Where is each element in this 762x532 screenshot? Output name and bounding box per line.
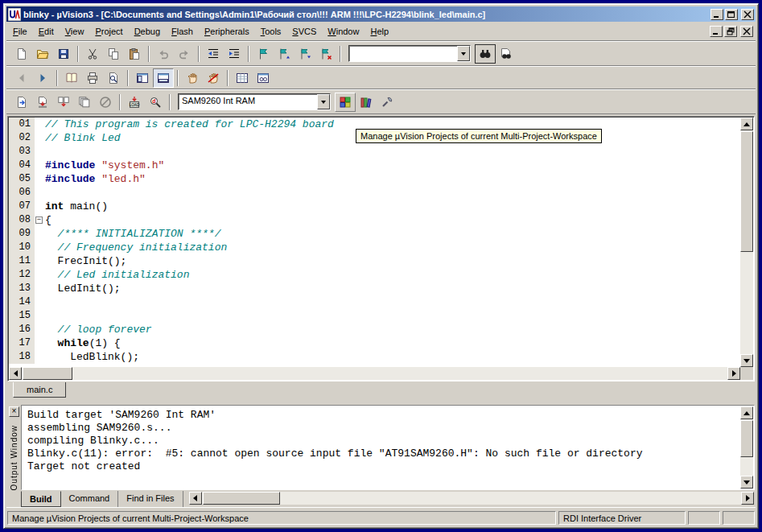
editor-line[interactable]: 04#include "system.h"	[9, 159, 740, 172]
editor-line[interactable]: 05#include "led.h"	[9, 172, 740, 186]
editor-hscroll-thumb[interactable]	[23, 367, 72, 380]
editor-line[interactable]: 14	[9, 295, 740, 309]
save-file-button[interactable]	[53, 44, 74, 64]
open-file-button[interactable]	[32, 44, 53, 64]
fold-collapse-icon[interactable]: −	[35, 217, 43, 224]
find-text-combo-dropdown-button[interactable]	[457, 46, 470, 61]
cut-button[interactable]	[82, 44, 103, 64]
print-preview-button[interactable]	[103, 68, 124, 88]
menu-project[interactable]: Project	[89, 24, 128, 39]
select-target-combo-dropdown-button[interactable]	[317, 94, 330, 109]
editor-hscrollbar[interactable]	[9, 367, 740, 380]
start-debug-session-button[interactable]: d	[145, 93, 166, 112]
previous-bookmark-button[interactable]	[274, 44, 295, 64]
tab-main-c[interactable]: main.c	[13, 382, 66, 398]
scroll-up-button[interactable]	[740, 118, 753, 130]
output-scroll-up-button[interactable]	[740, 406, 753, 419]
scroll-left-button[interactable]	[9, 367, 22, 380]
output-scroll-right-button[interactable]	[741, 492, 754, 505]
redo-button[interactable]	[174, 44, 195, 64]
editor-line[interactable]: 15	[9, 309, 740, 323]
watch-window-button[interactable]	[253, 68, 274, 88]
editor-line[interactable]: 06	[9, 186, 740, 200]
clear-all-bookmarks-button[interactable]	[315, 44, 336, 64]
paste-button[interactable]	[124, 44, 145, 64]
menu-svcs[interactable]: SVCS	[286, 24, 322, 39]
insert-breakpoint-button[interactable]	[182, 68, 203, 88]
document-restore-button[interactable]	[724, 26, 737, 37]
build-target-button[interactable]	[32, 93, 53, 112]
output-vscroll-thumb[interactable]	[740, 420, 753, 457]
window-maximize-button[interactable]	[725, 9, 738, 20]
editor-line[interactable]: 12 // Led initialization	[9, 268, 740, 282]
document-minimize-button[interactable]	[710, 26, 723, 37]
next-bookmark-button[interactable]	[295, 44, 315, 64]
output-hscrollbar[interactable]	[189, 492, 754, 505]
editor-vscrollbar[interactable]	[740, 118, 753, 367]
output-lines[interactable]: Build target 'SAM9260 Int RAM'assembling…	[23, 406, 740, 489]
editor-line[interactable]: 16 // loop forever	[9, 323, 740, 336]
disable-all-breakpoints-button[interactable]	[203, 68, 224, 88]
menu-tools[interactable]: Tools	[255, 24, 287, 39]
menu-file[interactable]: File	[7, 24, 33, 39]
scroll-right-button[interactable]	[727, 367, 740, 380]
batch-build-button[interactable]	[74, 93, 95, 112]
editor-line[interactable]: 07int main()	[9, 200, 740, 213]
editor-line[interactable]: 18 LedBlink();	[9, 350, 740, 364]
menu-peripherals[interactable]: Peripherals	[199, 24, 255, 39]
rebuild-all-button[interactable]	[53, 93, 74, 112]
print-button[interactable]	[82, 68, 103, 88]
document-close-button[interactable]	[740, 26, 753, 37]
find-text-combo[interactable]	[348, 45, 471, 62]
menu-help[interactable]: Help	[365, 24, 394, 39]
menu-flash[interactable]: Flash	[166, 24, 199, 39]
output-tab-command[interactable]: Command	[61, 491, 119, 507]
window-close-button[interactable]	[741, 9, 754, 20]
window-minimize-button[interactable]	[711, 9, 723, 20]
find-button[interactable]	[496, 44, 517, 64]
output-window-button[interactable]	[153, 68, 174, 88]
output-scroll-left-button[interactable]	[189, 492, 202, 505]
menu-view[interactable]: View	[60, 24, 90, 39]
editor-vscroll-thumb[interactable]	[740, 131, 753, 252]
editor-line[interactable]: 08−{	[9, 213, 740, 227]
options-for-target-button[interactable]	[377, 93, 397, 112]
editor-line[interactable]: 03	[9, 145, 740, 159]
menu-edit[interactable]: Edit	[33, 24, 60, 39]
undo-button[interactable]	[153, 44, 174, 64]
output-scroll-down-button[interactable]	[740, 476, 753, 489]
output-hscroll-thumb[interactable]	[203, 492, 280, 505]
scroll-down-button[interactable]	[740, 354, 753, 367]
download-to-flash-button[interactable]: LOAD	[124, 93, 145, 112]
find-in-files-button[interactable]	[475, 44, 496, 64]
navigate-back-button[interactable]	[11, 68, 32, 88]
translate-file-button[interactable]	[11, 93, 32, 112]
splitter[interactable]	[6, 399, 756, 405]
manage-multi-project-workspace-button[interactable]	[335, 93, 356, 112]
toggle-bookmark-button[interactable]	[253, 44, 274, 64]
titlebar[interactable]: blinky - µVision3 - [C:\Documents and Se…	[6, 6, 756, 22]
editor-line[interactable]: 17 while(1) {	[9, 336, 740, 350]
select-target-combo[interactable]: SAM9260 Int RAM	[178, 93, 331, 110]
navigate-forward-button[interactable]	[32, 68, 53, 88]
menu-window[interactable]: Window	[322, 24, 365, 39]
memory-window-button[interactable]	[232, 68, 253, 88]
manage-components-button[interactable]	[356, 93, 377, 112]
output-close-button[interactable]: ×	[9, 406, 19, 417]
menu-debug[interactable]: Debug	[129, 24, 166, 39]
editor-line[interactable]: 09 /**** INITIALIZATION ****/	[9, 227, 740, 241]
editor-line[interactable]: 13 LedInit();	[9, 282, 740, 295]
output-tab-build[interactable]: Build	[21, 491, 61, 507]
indent-button[interactable]	[224, 44, 245, 64]
copy-button[interactable]	[103, 44, 124, 64]
source-browser-button[interactable]	[61, 68, 82, 88]
editor-line[interactable]: 10 // Frequency initialization	[9, 241, 740, 254]
output-tab-find-in-files[interactable]: Find in Files	[118, 491, 183, 507]
new-file-button[interactable]	[11, 44, 32, 64]
unindent-button[interactable]	[203, 44, 224, 64]
editor-line[interactable]: 11 FrecInit();	[9, 254, 740, 268]
output-vscrollbar[interactable]	[740, 406, 753, 489]
editor-lines[interactable]: 01// This program is created for LPC-H22…	[9, 118, 740, 367]
project-window-button[interactable]	[132, 68, 153, 88]
stop-build-button[interactable]	[95, 93, 116, 112]
